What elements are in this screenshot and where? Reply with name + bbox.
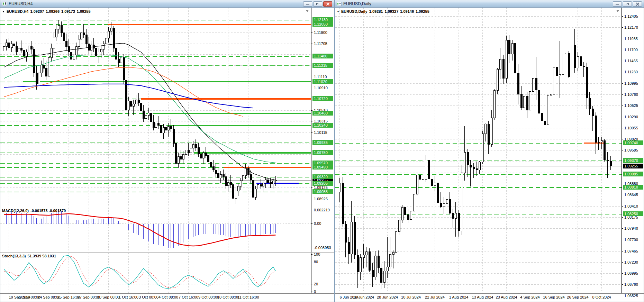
candle-body [153,122,154,128]
candle-body [357,255,359,272]
candle-body [38,73,40,84]
svg-text:1.09570: 1.09570 [314,161,328,165]
price-badge: 1.08810 [623,185,643,190]
candle-body [267,180,269,182]
candle-body [428,160,430,179]
candle-body [120,57,122,63]
chevron-down-icon[interactable]: ▼ [337,10,339,13]
candle-body [586,67,588,98]
candle-body [173,129,174,143]
candle-body [180,157,182,159]
candle-body [23,51,25,56]
window-title-h4: EURUSD,H4 [9,1,33,6]
candle-body [574,45,575,68]
candle-body [351,222,352,254]
price-tick-label: 1.07230 [624,260,638,264]
candle-body [250,174,252,180]
candle-body [538,90,540,113]
price-badge: 1.09935 [312,140,333,145]
time-tick-label: 23 Sep 00:00 [18,295,40,299]
price-badge: 1.09085 [623,172,643,176]
candle-body [404,208,406,215]
candle-body [90,45,92,51]
candle-body [192,144,194,148]
close-button[interactable] [633,1,642,7]
candle-body [235,191,237,199]
candle-body [108,31,109,38]
candle-body [98,52,100,56]
candle-body [163,128,164,133]
time-tick-label: 8 Oct 2024 [592,295,611,299]
price-badge: 1.10720 [312,96,333,101]
stoch-pane: 10080200 [0,252,320,294]
chevron-down-icon[interactable]: ▼ [2,10,5,13]
stoch-label: Stoch(13,3,3) 51.3939 58.1031 [2,254,56,258]
daily-chart-canvas[interactable]: 1.124051.121701.119351.117001.114651.112… [335,8,644,302]
close-button[interactable] [323,1,332,7]
titlebar-daily[interactable]: EURUSD,Daily [335,0,644,8]
candle-body [118,60,119,63]
candle-body [422,180,424,180]
candle-body [520,94,522,108]
candle-body [195,144,197,148]
close-value: 1.09255 [77,9,91,13]
price-tick-label: 1.10995 [624,81,638,85]
price-tick-label: 1.08410 [624,204,638,208]
candle-body [265,180,266,183]
candle-body [497,69,498,91]
macd-label: MACD(12,26,9) -0.001573 -0.001879 [2,209,66,213]
candle-body [217,173,219,178]
candle-body [369,252,370,271]
chart-body-daily: 1.124051.121701.119351.117001.114651.112… [335,8,644,302]
candle-body [577,56,579,68]
time-tick-label: 4 Sep 2024 [520,295,539,299]
time-tick-label: 10 Oct 08:00 [217,295,239,299]
time-tick-label: 16 Sep 2024 [543,295,564,299]
price-tick-label: 1.10115 [314,130,327,135]
candle-body [419,175,421,180]
candle-body [458,213,460,231]
titlebar-h4[interactable]: EURUSD,H4 [0,0,334,8]
candle-body [365,252,367,255]
svg-text:1.11020: 1.11020 [314,80,327,84]
time-tick-label: 1 Oct 16:00 [119,295,138,299]
macd-signal-line [4,214,276,246]
candle-body [601,140,602,142]
candle-body [155,123,157,128]
svg-text:1.09370: 1.09370 [624,158,638,163]
candle-body [40,65,42,73]
candle-body [270,182,271,184]
candle-body [70,52,72,60]
restore-button[interactable] [313,1,322,7]
candle-body [150,113,152,122]
price-badge: 1.09370 [623,158,643,163]
candle-body [140,103,142,111]
candle-body [55,29,57,37]
candle-body [20,48,22,50]
candle-body [200,154,202,158]
candle-body [272,181,274,184]
price-badge: 1.11480 [312,54,333,58]
candle-body [604,140,605,160]
candle-body [130,101,132,106]
price-badge: 1.12130 [312,17,333,22]
price-tick-label: 1.11705 [314,42,327,46]
candle-body [372,270,373,277]
price-tick-label: 1.07940 [624,226,638,230]
candle-body [589,98,590,109]
candle-body [257,185,259,189]
candle-body [553,67,555,94]
time-axis: 6 Jun 202418 Jun 202428 Jun 202410 Jul 2… [335,294,644,300]
candle-body [610,161,611,166]
minimize-button[interactable] [613,1,622,7]
svg-text:1.09490: 1.09490 [314,165,328,169]
close-value: 1.09255 [416,9,429,13]
candle-body [363,255,364,257]
candle-body [220,174,221,178]
svg-text:1.09740: 1.09740 [624,141,638,145]
minimize-button[interactable] [303,1,312,7]
restore-button[interactable] [623,1,632,7]
svg-text:1.11315: 1.11315 [314,63,327,67]
price-tick-label: 1.11110 [314,75,327,79]
candle-body [103,44,105,49]
